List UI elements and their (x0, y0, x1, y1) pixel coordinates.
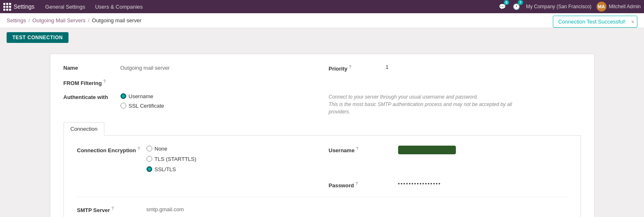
action-bar: TEST CONNECTION (0, 28, 644, 47)
auth-ssl-label: SSL Certificate (129, 103, 164, 109)
encryption-none-label: None (155, 146, 167, 152)
breadcrumb-bar: Settings / Outgoing Mail Servers / Outgo… (0, 13, 644, 28)
password-label: Password ? (329, 181, 395, 189)
encryption-none-radio[interactable] (146, 146, 152, 151)
user-menu[interactable]: MA Mitchell Admin (597, 2, 641, 12)
name-col: Name Outgoing mail server (64, 64, 316, 71)
company-name: My Company (San Francisco) (526, 4, 592, 9)
encryption-ssl-option[interactable]: SSL/TLS (146, 166, 196, 172)
breadcrumb-outgoing-mail-servers[interactable]: Outgoing Mail Servers (33, 17, 86, 24)
menu-item-users-companies[interactable]: Users & Companies (91, 2, 147, 12)
top-menu: General Settings Users & Companies (41, 2, 147, 12)
breadcrumb-settings[interactable]: Settings (7, 17, 26, 24)
authenticate-label: Authenticate with (64, 93, 117, 100)
auth-radio-group: Username SSL Certificate (120, 93, 164, 109)
avatar: MA (597, 2, 606, 12)
from-filtering-col: FROM Filtering ? (64, 78, 316, 86)
auth-desc-line1: Connect to your server through your usua… (329, 93, 514, 101)
priority-label: Priority ? (329, 64, 382, 72)
password-row: Password ? •••••••••••••••• (77, 181, 567, 189)
auth-ssl-radio[interactable] (120, 103, 126, 108)
encryption-radio-group: None TLS (STARTTLS) SSL/TLS (146, 146, 196, 172)
encryption-none-option[interactable]: None (146, 146, 196, 152)
authenticate-col: Authenticate with Username SSL Certifica… (64, 93, 316, 109)
auth-description-col: Connect to your server through your usua… (329, 93, 581, 116)
encryption-tls-option[interactable]: TLS (STARTTLS) (146, 156, 196, 162)
authenticate-row: Authenticate with Username SSL Certifica… (64, 93, 581, 116)
password-col: Password ? •••••••••••••••• (329, 181, 567, 189)
username-col: Username ? (329, 146, 567, 154)
chat-icon[interactable]: 💬 5 (498, 2, 507, 11)
auth-username-radio[interactable] (120, 93, 126, 99)
section-divider (77, 197, 567, 197)
smtp-server-value: smtp.gmail.com (146, 205, 184, 212)
tab-bar: Connection (64, 122, 581, 136)
priority-value: 1 (386, 64, 389, 70)
clock-icon[interactable]: 🕐 7 (512, 2, 521, 11)
from-filtering-row: FROM Filtering ? (64, 78, 581, 86)
username-value (398, 146, 456, 154)
from-filtering-label: FROM Filtering ? (64, 78, 117, 86)
breadcrumb-sep-2: / (88, 17, 90, 24)
encryption-ssl-radio[interactable] (146, 166, 152, 172)
smtp-server-row: SMTP Server ? smtp.gmail.com (77, 205, 567, 213)
smtp-server-col: SMTP Server ? smtp.gmail.com (77, 205, 316, 213)
auth-desc-line2: This is the most basic SMTP authenticati… (329, 101, 514, 116)
toast-close-button[interactable]: × (631, 19, 635, 25)
user-name: Mitchell Admin (609, 4, 641, 9)
brand-label: Settings (14, 3, 35, 10)
auth-username-label: Username (129, 93, 153, 99)
tab-connection[interactable]: Connection (64, 122, 105, 136)
name-label: Name (64, 64, 117, 71)
grid-icon (3, 3, 11, 11)
form-card: Name Outgoing mail server Priority ? 1 F… (50, 54, 594, 217)
auth-ssl-option[interactable]: SSL Certificate (120, 103, 164, 109)
encryption-label: Connection Encryption ? (77, 146, 143, 153)
chat-badge: 5 (504, 0, 509, 5)
encryption-tls-label: TLS (STARTTLS) (155, 156, 196, 162)
username-label: Username ? (329, 146, 395, 153)
test-connection-button[interactable]: TEST CONNECTION (7, 32, 68, 43)
password-value: •••••••••••••••• (398, 181, 441, 187)
menu-item-general-settings[interactable]: General Settings (41, 2, 90, 12)
auth-username-option[interactable]: Username (120, 93, 164, 99)
smtp-server-label: SMTP Server ? (77, 205, 143, 213)
breadcrumb-current: Outgoing mail server (92, 17, 142, 24)
encryption-username-row: Connection Encryption ? None TLS (STARTT… (77, 146, 567, 172)
toast-message: Connection Test Successful! (558, 19, 625, 25)
encryption-col: Connection Encryption ? None TLS (STARTT… (77, 146, 316, 172)
brand-logo[interactable]: Settings (3, 3, 35, 11)
encryption-tls-radio[interactable] (146, 156, 152, 162)
success-toast: Connection Test Successful! × (553, 16, 637, 28)
main-content: Name Outgoing mail server Priority ? 1 F… (0, 47, 644, 217)
top-navigation: Settings General Settings Users & Compan… (0, 0, 644, 13)
name-priority-row: Name Outgoing mail server Priority ? 1 (64, 64, 581, 72)
topnav-right: 💬 5 🕐 7 My Company (San Francisco) MA Mi… (498, 2, 641, 12)
breadcrumb-sep-1: / (28, 17, 30, 24)
encryption-ssl-label: SSL/TLS (155, 166, 176, 172)
auth-description: Connect to your server through your usua… (329, 93, 514, 116)
priority-col: Priority ? 1 (329, 64, 581, 72)
tab-content-connection: Connection Encryption ? None TLS (STARTT… (64, 136, 581, 217)
clock-badge: 7 (518, 0, 523, 5)
name-value: Outgoing mail server (120, 64, 170, 71)
